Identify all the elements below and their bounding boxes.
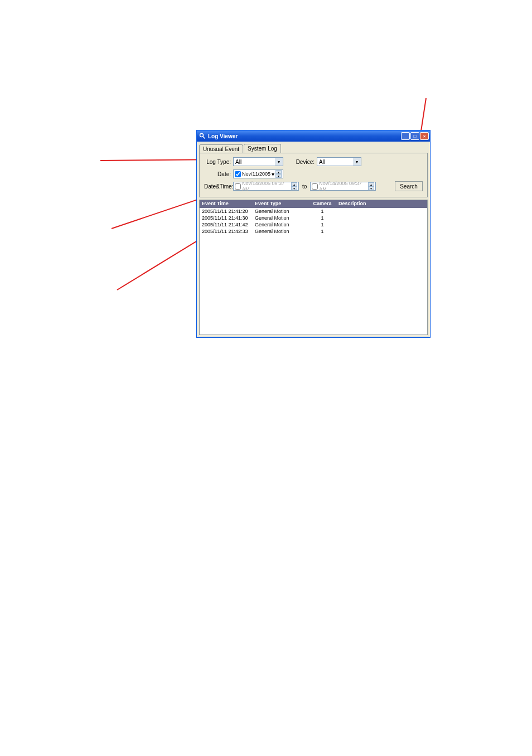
datetime-from[interactable]: Nov/14/2005 09:37 AM ▴▾ [233,182,299,191]
log-type-label: Log Type: [204,159,233,165]
table-row[interactable]: 2005/11/11 21:41:42 General Motion 1 [200,221,427,228]
cell-type: General Motion [253,221,308,228]
device-label: Device: [294,159,317,165]
cell-type: General Motion [253,215,308,221]
tab-unusual-event[interactable]: Unusual Event [199,144,243,153]
dt-from-value: Nov/14/2005 09:37 AM [242,181,290,192]
datetime-label: Date&Time: [204,183,233,190]
table-row[interactable]: 2005/11/11 21:42:33 General Motion 1 [200,228,427,235]
chevron-down-icon[interactable]: ▼ [353,158,361,166]
dt-from-check[interactable] [235,183,241,190]
col-event-type[interactable]: Event Type [253,200,308,208]
cell-type: General Motion [253,208,308,215]
table-row[interactable]: 2005/11/11 21:41:30 General Motion 1 [200,215,427,221]
cell-camera: 1 [308,228,336,235]
log-viewer-window: Log Viewer _ □ × Unusual Event System Lo… [196,130,431,338]
cell-camera: 1 [308,221,336,228]
cell-time: 2005/11/11 21:42:33 [200,228,253,235]
cell-desc [336,208,427,215]
cell-time: 2005/11/11 21:41:42 [200,221,253,228]
cell-desc [336,221,427,228]
cell-type: General Motion [253,228,308,235]
app-icon [199,133,206,139]
cell-desc [336,215,427,221]
dt-to-value: Nov/14/2005 09:37 AM [319,181,367,192]
cell-time: 2005/11/11 21:41:30 [200,215,253,221]
device-combo[interactable]: ▼ [317,157,361,166]
table-row[interactable]: 2005/11/11 21:41:20 General Motion 1 [200,208,427,215]
chevron-down-icon[interactable]: ▼ [275,158,283,166]
cell-desc [336,228,427,235]
minimize-button[interactable]: _ [401,132,410,140]
dt-to-check[interactable] [312,183,318,190]
filter-panel: Log Type: ▼ Device: ▼ Date: Nov/11/2005 … [199,153,428,197]
event-grid: Event Time Event Type Camera Description… [199,200,428,335]
col-camera[interactable]: Camera [308,200,336,208]
svg-line-5 [203,137,205,139]
datetime-to[interactable]: Nov/14/2005 09:37 AM ▴▾ [310,182,376,191]
cell-camera: 1 [308,215,336,221]
chevron-down-icon[interactable]: ▾ [272,171,274,177]
dt-from-spinner[interactable]: ▴▾ [291,182,297,190]
date-spinner[interactable]: ▴▾ [275,170,282,178]
col-event-time[interactable]: Event Time [200,200,253,208]
close-button[interactable]: × [420,132,429,140]
date-label: Date: [204,171,233,177]
dt-to-spinner[interactable]: ▴▾ [368,182,374,190]
search-button[interactable]: Search [395,181,423,191]
cell-camera: 1 [308,208,336,215]
svg-point-4 [200,134,204,137]
date-picker[interactable]: Nov/11/2005 ▾ ▴▾ [233,169,283,178]
tab-system-log[interactable]: System Log [244,144,281,153]
window-title: Log Viewer [208,133,401,139]
device-value[interactable] [317,159,353,165]
grid-body: 2005/11/11 21:41:20 General Motion 1 200… [200,208,427,335]
col-description[interactable]: Description [336,200,427,208]
to-label: to [302,183,307,190]
grid-header: Event Time Event Type Camera Description [200,200,427,208]
maximize-button[interactable]: □ [410,132,419,140]
date-value: Nov/11/2005 [242,171,270,177]
cell-time: 2005/11/11 21:41:20 [200,208,253,215]
titlebar: Log Viewer _ □ × [197,130,430,142]
date-check[interactable] [235,171,241,177]
log-type-combo[interactable]: ▼ [233,157,283,166]
log-type-value[interactable] [234,159,275,165]
